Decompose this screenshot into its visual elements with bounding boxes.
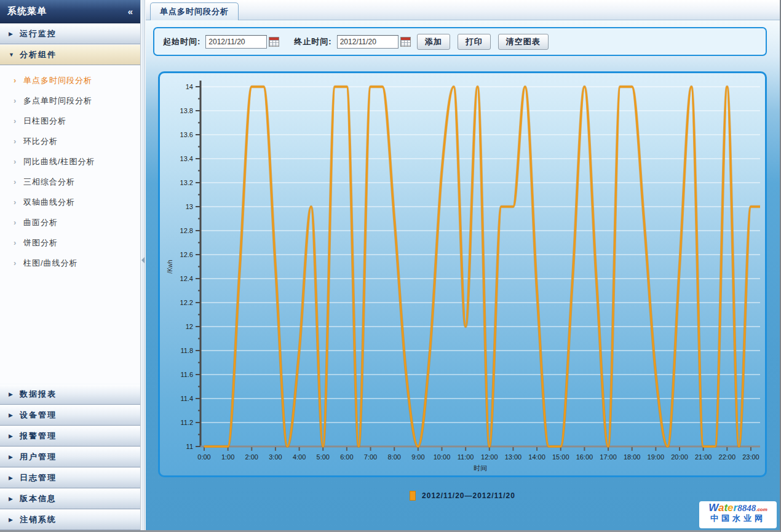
sidebar-bottom-sections: ▶数据报表▶设备管理▶报警管理▶用户管理▶日志管理▶版本信息▶注销系统 [0, 384, 140, 530]
chevron-right-icon: › [14, 179, 23, 185]
chevron-right-icon: › [14, 260, 23, 266]
svg-text:19:00: 19:00 [648, 453, 665, 461]
sidebar-item[interactable]: ›环比分析 [0, 131, 140, 151]
sidebar-item[interactable]: ›多点单时间段分析 [0, 90, 140, 111]
sidebar-splitter[interactable] [141, 0, 145, 530]
svg-text:22:00: 22:00 [719, 453, 736, 461]
sidebar-collapse-icon[interactable]: « [128, 6, 133, 17]
chevron-right-icon: › [14, 240, 23, 246]
chevron-right-icon: › [14, 199, 23, 205]
sidebar-item-label: 三相综合分析 [23, 177, 75, 188]
start-time-label: 起始时间: [163, 36, 200, 47]
sidebar-item[interactable]: ›饼图分析 [0, 232, 140, 253]
svg-text:18:00: 18:00 [624, 453, 641, 461]
sidebar-item-label: 多点单时间段分析 [23, 95, 92, 106]
tab-strip: 单点多时间段分析 [146, 0, 780, 20]
svg-text:12.4: 12.4 [180, 275, 193, 282]
svg-text:21:00: 21:00 [695, 453, 712, 461]
svg-text:23:00: 23:00 [742, 453, 759, 461]
triangle-right-icon: ▶ [9, 454, 20, 460]
svg-text:时间: 时间 [474, 464, 487, 472]
triangle-down-icon: ▼ [9, 52, 20, 58]
svg-text:8:00: 8:00 [387, 453, 400, 461]
content-area: 起始时间: 终止时间: 添加 打印 清空图表 1111.211.411.611.… [146, 20, 780, 530]
sidebar-section[interactable]: ▶报警管理 [0, 426, 140, 447]
svg-text:15:00: 15:00 [552, 453, 569, 461]
svg-text:13: 13 [186, 203, 193, 210]
svg-text:9:00: 9:00 [411, 453, 424, 461]
svg-text:4:00: 4:00 [293, 453, 306, 461]
triangle-right-icon: ▶ [9, 433, 20, 439]
tab-single-point-multi-period[interactable]: 单点多时间段分析 [150, 2, 239, 20]
splitter-collapse-arrow-icon[interactable] [141, 257, 145, 263]
triangle-right-icon: ▶ [9, 496, 20, 502]
logo-line2: 中国水业网 [702, 514, 774, 523]
sidebar-section-label: 用户管理 [20, 451, 57, 463]
svg-text:11:00: 11:00 [458, 453, 474, 461]
svg-text:2:00: 2:00 [245, 453, 258, 461]
svg-text:17:00: 17:00 [600, 453, 617, 461]
sidebar-section-label: 运行监控 [20, 28, 57, 39]
svg-text:20:00: 20:00 [671, 453, 688, 461]
sidebar-item-label: 饼图分析 [23, 237, 58, 248]
sidebar-section[interactable]: ▶用户管理 [0, 447, 140, 467]
chevron-right-icon: › [14, 98, 23, 104]
print-button[interactable]: 打印 [458, 34, 491, 50]
water8848-logo: Water8848.com 中国水业网 [699, 501, 777, 528]
svg-text:/Kwh: /Kwh [167, 260, 173, 273]
sidebar-section-label: 报警管理 [20, 431, 57, 442]
svg-text:13:00: 13:00 [505, 453, 522, 461]
chart-legend: 2012/11/20—2012/11/20 [158, 491, 767, 501]
sidebar-section[interactable]: ▼分析组件 [0, 44, 140, 65]
sidebar-title: 系统菜单 [7, 6, 47, 17]
calendar-icon[interactable] [400, 37, 411, 47]
sidebar-item[interactable]: ›曲面分析 [0, 212, 140, 232]
sidebar-section[interactable]: ▶设备管理 [0, 405, 140, 426]
sidebar-section[interactable]: ▶运行监控 [0, 23, 140, 44]
triangle-right-icon: ▶ [9, 31, 20, 37]
svg-text:11.6: 11.6 [180, 371, 193, 378]
svg-text:11: 11 [186, 443, 193, 450]
sidebar-section[interactable]: ▶数据报表 [0, 384, 140, 405]
chevron-right-icon: › [14, 77, 23, 84]
sidebar-item-label: 同比曲线/柱图分析 [23, 156, 95, 167]
main-area: 单点多时间段分析 起始时间: 终止时间: 添加 打印 清空图表 1111.211… [146, 0, 780, 530]
sidebar-section[interactable]: ▶版本信息 [0, 488, 140, 509]
sidebar-item[interactable]: ›日柱图分析 [0, 111, 140, 131]
sidebar-item-label: 双轴曲线分析 [23, 197, 75, 208]
sidebar-item[interactable]: ›单点多时间段分析 [0, 70, 140, 90]
logo-letter: e [727, 502, 733, 514]
sidebar-section-label: 日志管理 [20, 472, 57, 483]
svg-text:10:00: 10:00 [434, 453, 451, 461]
svg-text:11.8: 11.8 [180, 347, 193, 354]
legend-swatch-icon [410, 491, 416, 501]
svg-text:13.2: 13.2 [180, 179, 193, 186]
svg-text:5:00: 5:00 [317, 453, 330, 461]
sidebar-item[interactable]: ›三相综合分析 [0, 172, 140, 192]
sidebar-item[interactable]: ›柱图/曲线分析 [0, 253, 140, 273]
logo-letter: W [708, 502, 718, 514]
sidebar-section-label: 分析组件 [20, 49, 57, 60]
sidebar-section-label: 注销系统 [20, 514, 57, 525]
sidebar-item[interactable]: ›同比曲线/柱图分析 [0, 151, 140, 172]
end-time-input[interactable] [337, 35, 398, 49]
start-time-input[interactable] [205, 35, 267, 49]
calendar-icon[interactable] [269, 37, 279, 47]
svg-text:12:00: 12:00 [481, 453, 498, 461]
svg-text:12.6: 12.6 [180, 251, 193, 258]
sidebar-item-label: 日柱图分析 [23, 116, 66, 127]
sidebar-section[interactable]: ▶注销系统 [0, 509, 140, 530]
svg-text:13.6: 13.6 [180, 131, 193, 138]
sidebar-analysis-submenu: ›单点多时间段分析›多点单时间段分析›日柱图分析›环比分析›同比曲线/柱图分析›… [0, 65, 140, 384]
logo-com-text: .com [756, 507, 767, 512]
add-button[interactable]: 添加 [417, 34, 450, 50]
logo-8848-text: 8848 [737, 503, 756, 513]
app-window: 系统菜单 « ▶运行监控▼分析组件 ›单点多时间段分析›多点单时间段分析›日柱图… [0, 0, 781, 532]
logo-water-text: Water [708, 502, 737, 514]
sidebar-item[interactable]: ›双轴曲线分析 [0, 192, 140, 212]
sidebar-section-label: 设备管理 [20, 410, 57, 421]
svg-text:14: 14 [186, 83, 193, 90]
clear-chart-button[interactable]: 清空图表 [498, 34, 549, 50]
sidebar-item-label: 柱图/曲线分析 [23, 258, 78, 269]
sidebar-section[interactable]: ▶日志管理 [0, 467, 140, 488]
